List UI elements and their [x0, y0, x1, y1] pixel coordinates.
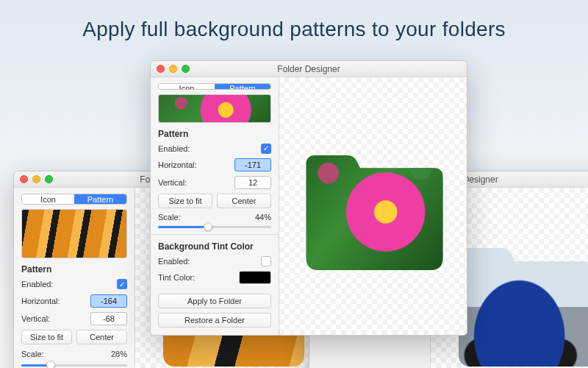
scale-slider[interactable]: [21, 364, 127, 367]
vertical-field[interactable]: 12: [234, 176, 271, 189]
mode-segmented[interactable]: Icon Pattern: [21, 194, 127, 205]
center-button[interactable]: Center: [76, 330, 127, 344]
pattern-thumbnail[interactable]: [158, 94, 271, 122]
vertical-label: Vertical:: [21, 314, 50, 323]
scale-label: Scale:: [158, 213, 181, 222]
mode-segmented[interactable]: Icon Pattern: [158, 83, 271, 90]
section-tint-title: Background Tint Color: [158, 241, 271, 252]
vertical-field[interactable]: -68: [90, 312, 127, 325]
titlebar: Folder Designer: [151, 61, 467, 77]
scale-label: Scale:: [21, 350, 44, 358]
scale-value: 28%: [111, 350, 127, 358]
size-to-fit-button[interactable]: Size to fit: [158, 194, 212, 208]
size-to-fit-button[interactable]: Size to fit: [21, 330, 72, 344]
horizontal-label: Horizontal:: [158, 160, 197, 169]
minimize-icon[interactable]: [32, 175, 40, 183]
pattern-thumbnail[interactable]: [21, 209, 127, 258]
horizontal-field[interactable]: -171: [234, 158, 271, 171]
vertical-label: Vertical:: [158, 178, 187, 187]
tab-icon[interactable]: Icon: [22, 194, 74, 204]
enabled-label: Enabled:: [158, 144, 190, 153]
horizontal-label: Horizontal:: [21, 297, 60, 305]
close-icon[interactable]: [157, 65, 165, 73]
sidebar: Icon Pattern Pattern Enabled: ✓ Horizont…: [14, 188, 135, 368]
window-controls: [20, 175, 53, 183]
window-controls: [157, 65, 190, 73]
section-pattern-title: Pattern: [21, 264, 127, 275]
tint-enabled-label: Enabled:: [158, 257, 190, 266]
preview-area: [279, 77, 467, 335]
tint-color-label: Tint Color:: [158, 273, 195, 282]
enabled-checkbox[interactable]: ✓: [117, 279, 127, 289]
zoom-icon[interactable]: [45, 175, 53, 183]
horizontal-field[interactable]: -164: [90, 294, 127, 308]
scale-slider[interactable]: [158, 226, 271, 228]
sidebar: Icon Pattern Pattern Enabled: ✓ Horizont…: [151, 77, 279, 335]
restore-folder-button[interactable]: Restore a Folder: [158, 313, 271, 328]
tab-pattern[interactable]: Pattern: [74, 194, 126, 204]
minimize-icon[interactable]: [169, 65, 177, 73]
window-title: Folder Designer: [151, 64, 467, 74]
tint-enabled-checkbox[interactable]: [261, 256, 271, 266]
section-pattern-title: Pattern: [158, 129, 271, 139]
window-center: Folder Designer Icon Pattern Pattern Ena…: [150, 60, 467, 336]
tint-color-well[interactable]: [239, 271, 271, 284]
enabled-checkbox[interactable]: ✓: [261, 144, 271, 154]
enabled-label: Enabled:: [21, 280, 53, 289]
scale-value: 44%: [255, 213, 271, 222]
apply-to-folder-button[interactable]: Apply to Folder: [158, 294, 271, 308]
zoom-icon[interactable]: [182, 65, 190, 73]
marketing-headline: Apply full background patterns to your f…: [0, 18, 588, 41]
center-button[interactable]: Center: [217, 194, 271, 208]
folder-preview: [293, 129, 453, 283]
close-icon[interactable]: [20, 175, 28, 183]
tab-pattern[interactable]: Pattern: [215, 84, 270, 89]
tab-icon[interactable]: Icon: [159, 84, 215, 89]
